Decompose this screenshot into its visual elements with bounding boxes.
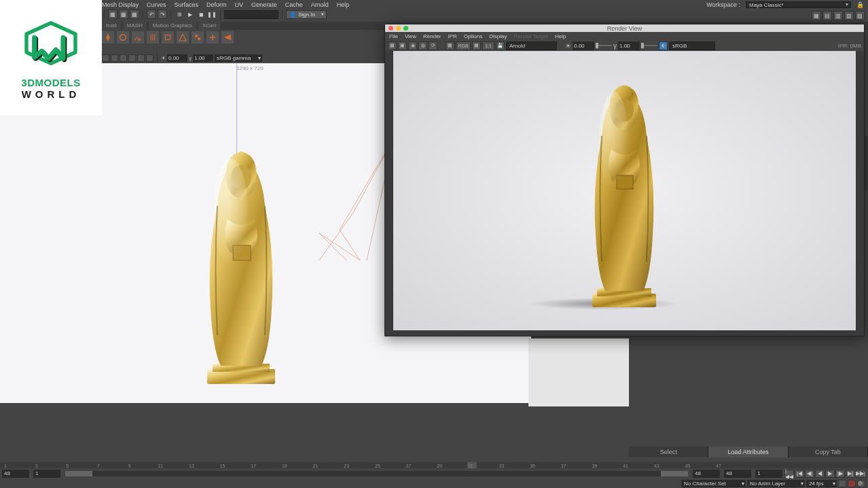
play-fwd-button[interactable]: ▶ <box>825 470 835 478</box>
rv-menu-options[interactable]: Options <box>464 33 483 39</box>
close-icon[interactable] <box>388 26 393 31</box>
command-input[interactable] <box>224 10 278 19</box>
shelf-icon-5[interactable] <box>162 31 174 43</box>
vp-icon[interactable] <box>137 54 145 62</box>
shelf-icon-2[interactable] <box>117 31 129 43</box>
rv-menu-render[interactable]: Render <box>423 33 441 39</box>
tool-settings-icon[interactable]: ▧ <box>844 11 854 20</box>
workspace-dropdown[interactable]: Maya Classic* <box>746 1 851 8</box>
rv-renderer-dropdown[interactable]: Arnold Renderer <box>506 41 557 50</box>
rv-gamma-input[interactable]: 1.00 <box>618 41 640 50</box>
vp-icon[interactable] <box>111 54 118 62</box>
current-frame-input[interactable]: 1 <box>755 470 782 478</box>
autokey-icon[interactable] <box>838 480 846 487</box>
render-view-titlebar[interactable]: Render View <box>385 24 864 32</box>
fps-dropdown[interactable]: 24 fps <box>806 480 837 487</box>
menu-deform[interactable]: Deform <box>206 1 227 8</box>
range-track[interactable] <box>65 471 688 476</box>
step-fwd-button[interactable]: |▶ <box>835 470 845 478</box>
snap-icon[interactable]: ⊞ <box>175 10 184 19</box>
rv-exposure-input[interactable]: 0.00 <box>573 41 594 50</box>
vp-gamma-input[interactable]: 1.00 <box>193 54 213 62</box>
rv-menu-rendertarget[interactable]: Render Target <box>514 33 549 39</box>
vp-exposure-input[interactable]: 0.00 <box>167 54 187 62</box>
new-scene-icon[interactable]: ▦ <box>108 10 117 19</box>
rv-rgb-button[interactable]: RGB <box>456 41 471 50</box>
vp-icon[interactable] <box>102 54 109 62</box>
undo-icon[interactable]: ↶ <box>147 10 156 19</box>
rv-menu-ipr[interactable]: IPR <box>448 33 456 39</box>
attr-copy-tab[interactable]: Copy Tab <box>789 447 868 457</box>
time-slider[interactable]: 1357911131517192123252729313335373941434… <box>0 462 868 468</box>
rv-colormgmt-icon[interactable]: ◐ <box>659 41 668 50</box>
shelf-icon-1[interactable] <box>102 31 114 43</box>
modeling-toolkit-icon[interactable]: ▦ <box>812 11 821 20</box>
attr-editor-icon[interactable]: ▥ <box>833 11 843 20</box>
attr-select-tab[interactable]: Select <box>629 447 708 457</box>
shelf-icon-6[interactable] <box>177 31 189 43</box>
rv-region-icon[interactable]: ▣ <box>398 41 407 50</box>
rv-refresh-icon[interactable]: ⟳ <box>429 41 437 50</box>
shelf-icon-7[interactable] <box>192 31 204 43</box>
range-handle-right[interactable] <box>661 471 688 476</box>
anim-layer-dropdown[interactable]: No Anim Layer <box>747 480 805 487</box>
step-back-button[interactable]: ◀| <box>805 470 814 478</box>
vp-icon[interactable] <box>146 54 153 62</box>
rv-keep-icon[interactable]: ▦ <box>472 41 481 50</box>
go-end-button[interactable]: ▶▶| <box>856 470 865 478</box>
menu-cache[interactable]: Cache <box>285 1 303 8</box>
rv-exposure-slider[interactable] <box>596 41 612 50</box>
menu-arnold[interactable]: Arnold <box>311 1 329 8</box>
shelf-tab-motiongraphics[interactable]: Motion Graphics <box>149 22 196 30</box>
rv-gamma-slider[interactable] <box>641 41 657 50</box>
character-set-dropdown[interactable]: No Character Set <box>681 480 746 487</box>
shelf-tab-frost[interactable]: frost <box>102 22 121 30</box>
rv-menu-display[interactable]: Display <box>489 33 507 39</box>
menu-generate[interactable]: Generate <box>251 1 277 8</box>
shelf-icon-9[interactable] <box>221 31 234 43</box>
step-back-key-button[interactable]: |◀ <box>795 470 804 478</box>
rv-colorspace-dropdown[interactable]: sRGB gamma <box>669 41 715 50</box>
vp-colorspace-dropdown[interactable]: sRGB gamma <box>215 54 262 62</box>
range-handle-left[interactable] <box>65 471 92 476</box>
rv-menu-view[interactable]: View <box>405 33 416 39</box>
menu-surfaces[interactable]: Surfaces <box>175 1 199 8</box>
shelf-tab-xgen[interactable]: XGen <box>198 22 220 30</box>
play-icon[interactable]: ▶ <box>185 10 195 19</box>
rv-render-icon[interactable]: ▦ <box>388 41 397 50</box>
step-fwd-key-button[interactable]: ▶| <box>846 470 855 478</box>
menu-curves[interactable]: Curves <box>147 1 166 8</box>
range-end-out[interactable]: 48 <box>724 470 751 478</box>
maximize-icon[interactable] <box>403 26 408 31</box>
menu-mesh-display[interactable]: Mesh Display <box>102 1 139 8</box>
pref-icon[interactable]: ⚙ <box>857 480 865 487</box>
play-back-button[interactable]: ◀ <box>815 470 825 478</box>
pause-icon[interactable]: ❚❚ <box>207 10 217 19</box>
lock-icon[interactable]: 🔒 <box>856 1 864 8</box>
rv-ipr-icon[interactable]: ◍ <box>418 41 427 50</box>
range-start-in[interactable]: 1 <box>33 470 60 478</box>
rv-ratio-button[interactable]: 1:1 <box>482 41 494 50</box>
menu-help[interactable]: Help <box>337 1 350 8</box>
shelf-icon-4[interactable] <box>147 31 159 43</box>
stop-icon[interactable]: ◼ <box>196 10 206 19</box>
channel-box-icon[interactable]: ▨ <box>855 11 865 20</box>
redo-icon[interactable]: ↷ <box>158 10 167 19</box>
range-start-out[interactable]: 48 <box>2 470 29 478</box>
save-scene-icon[interactable]: ▦ <box>130 10 139 19</box>
rv-snapshot-icon[interactable]: ◉ <box>408 41 417 50</box>
shelf-icon-8[interactable] <box>206 31 219 43</box>
vp-icon[interactable] <box>128 54 136 62</box>
shelf-icon-3[interactable] <box>132 31 144 43</box>
rv-menu-file[interactable]: File <box>389 33 398 39</box>
signin-button[interactable]: 👤Sign In <box>286 10 327 19</box>
outliner-toggle-icon[interactable]: ▤ <box>822 11 832 20</box>
rv-grid-icon[interactable]: ▦ <box>446 41 454 50</box>
attr-load-tab[interactable]: Load Attributes <box>708 447 788 457</box>
set-key-icon[interactable] <box>848 480 856 487</box>
range-end-in[interactable]: 48 <box>693 470 720 478</box>
go-start-button[interactable]: |◀◀ <box>784 470 794 478</box>
menu-uv[interactable]: UV <box>235 1 244 8</box>
minimize-icon[interactable] <box>396 26 401 31</box>
vp-icon[interactable] <box>120 54 127 62</box>
